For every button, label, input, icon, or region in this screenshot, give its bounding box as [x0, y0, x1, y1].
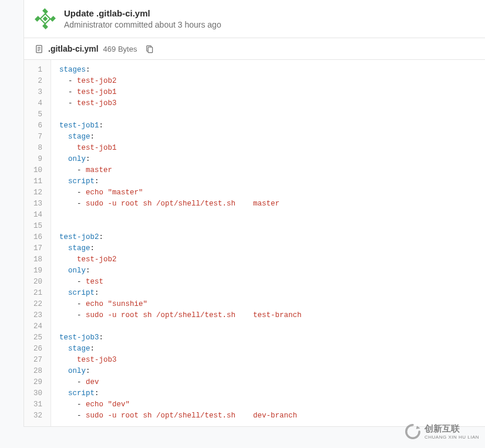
- code-line: [51, 109, 485, 120]
- line-number[interactable]: 30: [24, 388, 43, 399]
- watermark: 创新互联 CHUANG XIN HU LIAN: [405, 423, 479, 440]
- code-line: - master: [51, 165, 485, 176]
- line-number[interactable]: 25: [24, 332, 43, 343]
- code-line: test-job1:: [51, 120, 485, 132]
- watermark-cn: 创新互联: [425, 423, 479, 434]
- code-viewer: 1234567891011121314151617181920212223242…: [24, 60, 485, 426]
- code-line: - dev: [51, 377, 485, 388]
- code-line: test-job2:: [51, 232, 485, 243]
- code-line: - sudo -u root sh /opt/shell/test.sh mas…: [51, 198, 485, 210]
- commit-meta: Administrator committed about 3 hours ag…: [64, 20, 474, 29]
- document-icon: [35, 45, 43, 53]
- code-line: stages:: [51, 65, 485, 76]
- code-line: - sudo -u root sh /opt/shell/test.sh tes…: [51, 310, 485, 321]
- code-line: script:: [51, 176, 485, 187]
- line-number[interactable]: 18: [24, 254, 43, 265]
- line-number[interactable]: 28: [24, 366, 43, 377]
- watermark-py: CHUANG XIN HU LIAN: [425, 434, 479, 440]
- line-number[interactable]: 27: [24, 355, 43, 366]
- file-size: 469 Bytes: [103, 45, 137, 53]
- code-line: [51, 210, 485, 221]
- line-number[interactable]: 6: [24, 120, 43, 132]
- code-line: - test-job3: [51, 98, 485, 109]
- code-line: script:: [51, 388, 485, 399]
- watermark-logo-icon: [405, 423, 421, 440]
- code-line: stage:: [51, 343, 485, 355]
- code-line: [51, 321, 485, 332]
- code-line: only:: [51, 154, 485, 165]
- line-number-gutter: 1234567891011121314151617181920212223242…: [24, 60, 51, 426]
- code-line: - test: [51, 277, 485, 288]
- line-number[interactable]: 9: [24, 154, 43, 165]
- code-line: test-job3: [51, 355, 485, 366]
- line-number[interactable]: 1: [24, 65, 43, 76]
- line-number[interactable]: 23: [24, 310, 43, 321]
- line-number[interactable]: 20: [24, 277, 43, 288]
- file-bar: .gitlab-ci.yml 469 Bytes: [24, 38, 485, 60]
- commit-card: Update .gitlab-ci.yml Administrator comm…: [23, 0, 485, 427]
- svg-marker-13: [416, 426, 420, 429]
- code-line: stage:: [51, 132, 485, 143]
- line-number[interactable]: 2: [24, 76, 43, 87]
- commit-author: Administrator: [64, 20, 112, 29]
- code-line: only:: [51, 265, 485, 277]
- watermark-text: 创新互联 CHUANG XIN HU LIAN: [425, 423, 479, 440]
- line-number[interactable]: 13: [24, 198, 43, 210]
- avatar: [35, 8, 56, 29]
- copy-path-button[interactable]: [145, 45, 154, 53]
- line-number[interactable]: 4: [24, 98, 43, 109]
- commit-header: Update .gitlab-ci.yml Administrator comm…: [24, 0, 485, 38]
- commit-time: about 3 hours ago: [155, 20, 221, 29]
- line-number[interactable]: 26: [24, 343, 43, 355]
- code-line: test-job2: [51, 254, 485, 265]
- line-number[interactable]: 15: [24, 221, 43, 232]
- commit-action: committed: [114, 20, 153, 29]
- line-number[interactable]: 14: [24, 210, 43, 221]
- code-line: - echo "sunshie": [51, 299, 485, 310]
- code-line: - echo "master": [51, 187, 485, 198]
- line-number[interactable]: 32: [24, 410, 43, 422]
- code-content[interactable]: stages: - test-job2 - test-job1 - test-j…: [51, 60, 485, 426]
- line-number[interactable]: 31: [24, 399, 43, 410]
- line-number[interactable]: 22: [24, 299, 43, 310]
- line-number[interactable]: 19: [24, 265, 43, 277]
- line-number[interactable]: 10: [24, 165, 43, 176]
- code-line: - test-job2: [51, 76, 485, 87]
- code-line: - sudo -u root sh /opt/shell/test.sh dev…: [51, 410, 485, 422]
- code-line: - echo "dev": [51, 399, 485, 410]
- line-number[interactable]: 5: [24, 109, 43, 120]
- line-number[interactable]: 29: [24, 377, 43, 388]
- line-number[interactable]: 12: [24, 187, 43, 198]
- code-line: [51, 221, 485, 232]
- code-line: test-job1: [51, 143, 485, 154]
- file-name: .gitlab-ci.yml: [48, 44, 99, 53]
- commit-info: Update .gitlab-ci.yml Administrator comm…: [64, 8, 474, 29]
- code-line: test-job3:: [51, 332, 485, 343]
- line-number[interactable]: 24: [24, 321, 43, 332]
- svg-rect-12: [149, 47, 153, 52]
- code-line: only:: [51, 366, 485, 377]
- line-number[interactable]: 11: [24, 176, 43, 187]
- code-line: - test-job1: [51, 87, 485, 98]
- code-line: stage:: [51, 243, 485, 254]
- commit-title: Update .gitlab-ci.yml: [64, 8, 474, 18]
- line-number[interactable]: 17: [24, 243, 43, 254]
- line-number[interactable]: 21: [24, 288, 43, 299]
- line-number[interactable]: 8: [24, 143, 43, 154]
- line-number[interactable]: 3: [24, 87, 43, 98]
- code-line: script:: [51, 288, 485, 299]
- line-number[interactable]: 7: [24, 132, 43, 143]
- line-number[interactable]: 16: [24, 232, 43, 243]
